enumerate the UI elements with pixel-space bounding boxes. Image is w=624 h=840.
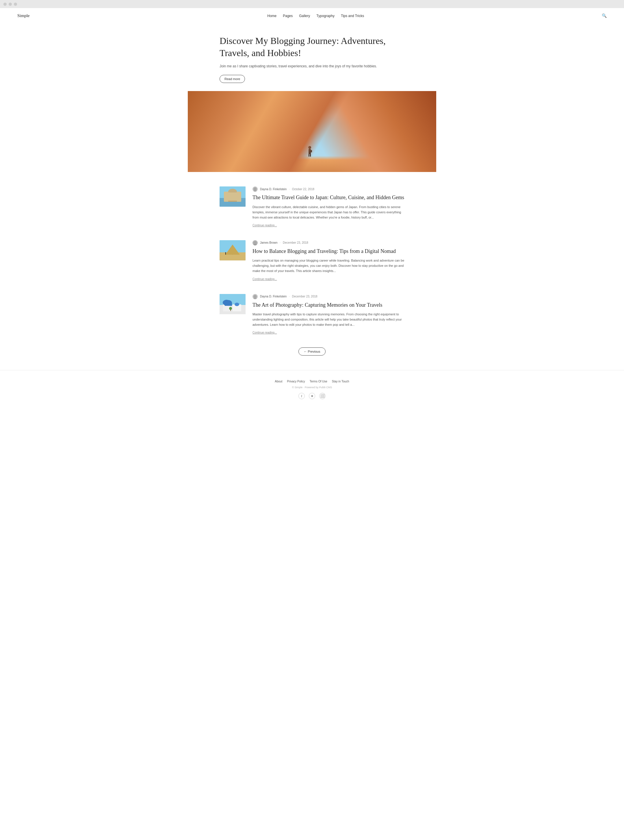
twitter-x-icon[interactable]: ✕ [309,393,315,399]
hero-section: Discover My Blogging Journey: Adventures… [202,35,422,83]
post-content-2: James Brown · December 23, 2018 How to B… [252,240,405,281]
svg-rect-9 [310,154,311,157]
thumbnail-image-1 [219,186,246,207]
blog-posts-section: Dayna D. Finkelstein · October 22, 2018 … [202,186,422,335]
chrome-maximize-btn[interactable] [14,3,17,6]
post-date-3: December 23, 2018 [292,295,318,298]
svg-point-6 [308,146,311,149]
continue-reading-3[interactable]: Continue reading... [252,331,277,334]
hero-title: Discover My Blogging Journey: Adventures… [219,35,405,59]
post-meta-1: Dayna D. Finkelstein · October 22, 2018 [252,186,405,192]
nav-pages[interactable]: Pages [283,14,293,18]
post-thumbnail-3[interactable] [219,294,246,314]
post-title-3[interactable]: The Art of Photography: Capturing Memori… [252,302,405,309]
svg-rect-14 [228,195,237,202]
chrome-minimize-btn[interactable] [9,3,12,6]
post-excerpt-2: Learn practical tips on managing your bl… [252,258,405,274]
thumbnail-image-3 [219,294,246,314]
post-title-2[interactable]: How to Balance Blogging and Traveling: T… [252,248,405,255]
svg-point-13 [228,189,237,195]
post-author-1: Dayna D. Finkelstein [260,187,287,191]
nav-tips[interactable]: Tips and Tricks [341,14,364,18]
footer-credit: © Simple · Powered by Publii CMS [0,386,624,389]
svg-point-2 [300,97,335,102]
post-date-2: December 23, 2018 [283,241,308,244]
post-author-2: James Brown [260,241,278,244]
continue-reading-1[interactable]: Continue reading... [252,224,277,227]
previous-button[interactable]: ← Previous [298,347,326,356]
footer-links: About Privacy Policy Terms Of Use Stay i… [0,379,624,384]
svg-point-26 [254,241,256,243]
svg-rect-23 [226,253,226,255]
svg-point-37 [254,295,256,297]
svg-rect-12 [224,192,241,202]
nav-links: Home Pages Gallery Typography Tips and T… [267,14,364,18]
svg-point-3 [341,103,370,108]
svg-rect-35 [230,309,231,311]
blog-post-2: James Brown · December 23, 2018 How to B… [219,240,405,281]
post-meta-dot-1: · [289,187,290,191]
svg-rect-8 [309,154,309,157]
post-thumbnail-1[interactable] [219,186,246,207]
hero-image [188,91,436,172]
svg-rect-4 [234,169,390,172]
nav-home[interactable]: Home [267,14,276,18]
footer-stay-in-touch[interactable]: Stay in Touch [332,380,349,383]
thumbnail-image-2 [219,240,246,260]
svg-rect-15 [227,199,238,200]
svg-rect-5 [309,149,311,154]
hero-subtitle: Join me as I share captivating stories, … [219,63,405,69]
post-thumbnail-2[interactable] [219,240,246,260]
navigation: Simple Home Pages Gallery Typography Tip… [0,8,624,23]
window-chrome [0,0,624,8]
svg-point-24 [226,252,226,253]
search-icon[interactable]: 🔍 [602,13,607,18]
post-title-1[interactable]: The Ultimate Travel Guide to Japan: Cult… [252,194,405,201]
svg-point-31 [223,300,230,306]
instagram-icon[interactable]: ⬜ [319,393,326,399]
svg-point-17 [254,187,256,190]
footer-privacy[interactable]: Privacy Policy [287,380,305,383]
post-excerpt-3: Master travel photography with tips to c… [252,312,405,327]
post-content-1: Dayna D. Finkelstein · October 22, 2018 … [252,186,405,227]
post-meta-dot-3: · [289,295,290,298]
post-date-1: October 22, 2018 [292,187,314,191]
author-avatar-2 [252,240,258,245]
social-icons: f ✕ ⬜ [0,393,624,399]
pagination: ← Previous [0,347,624,356]
canyon-photo [188,91,436,172]
svg-rect-0 [188,91,436,172]
svg-rect-11 [219,198,246,207]
footer-terms[interactable]: Terms Of Use [310,380,327,383]
footer-about[interactable]: About [275,380,282,383]
post-meta-dot-2: · [280,241,281,244]
svg-rect-20 [219,252,246,260]
blog-post-1: Dayna D. Finkelstein · October 22, 2018 … [219,186,405,227]
author-avatar-1 [252,186,258,192]
svg-point-33 [235,303,239,306]
facebook-icon[interactable]: f [298,393,305,399]
read-more-button[interactable]: Read more [219,75,245,83]
author-avatar-3 [252,294,258,299]
nav-gallery[interactable]: Gallery [299,14,310,18]
nav-typography[interactable]: Typography [316,14,335,18]
continue-reading-2[interactable]: Continue reading... [252,277,277,281]
post-content-3: Dayna D. Finkelstein · December 23, 2018… [252,294,405,335]
svg-point-1 [251,99,298,106]
footer: About Privacy Policy Terms Of Use Stay i… [0,370,624,406]
post-meta-3: Dayna D. Finkelstein · December 23, 2018 [252,294,405,299]
canyon-svg [188,91,436,172]
chrome-close-btn[interactable] [3,3,7,6]
svg-rect-7 [310,150,312,152]
post-excerpt-1: Discover the vibrant culture, delectable… [252,204,405,220]
blog-post-3: Dayna D. Finkelstein · December 23, 2018… [219,294,405,335]
post-meta-2: James Brown · December 23, 2018 [252,240,405,245]
site-logo[interactable]: Simple [17,13,30,18]
post-author-3: Dayna D. Finkelstein [260,295,287,298]
